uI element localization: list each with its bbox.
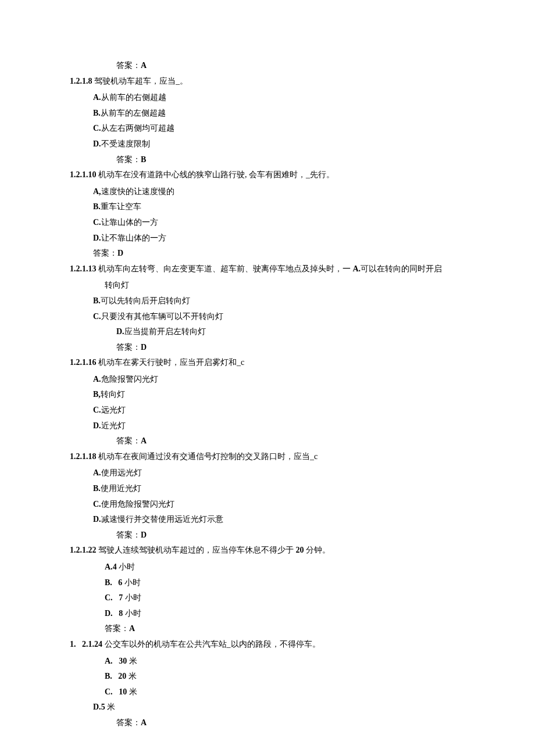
question-text: 公交车以外的机动车在公共汽车站_以内的路段，不得停车。 <box>102 640 320 648</box>
answer-line: 答案：D <box>116 340 465 356</box>
option-text: 减速慢行并交替使用远近光灯示意 <box>101 515 223 524</box>
question-number: 1.2.1.16 <box>70 358 97 367</box>
question-text: 机动车在夜间通过没有交通信号灯控制的交叉路口时，应当_c <box>97 452 318 461</box>
option-letter: D. <box>93 703 101 711</box>
question-12110: 1.2.1.10 机动车在没有道路中心线的狭窄山路行驶, 会车有困难时，_先行。 <box>70 167 465 183</box>
option-d: D.让不靠山体的一方 <box>93 231 465 246</box>
option-letter: B. <box>93 484 101 493</box>
option-letter: D. <box>93 139 101 148</box>
option-letter: B. <box>93 296 101 305</box>
answer-value: A <box>141 61 147 70</box>
question-text: 机动车向左转弯、向左变更车道、超车前、驶离停车地点及掉头时，一 <box>97 264 353 273</box>
option-b: B.可以先转向后开启转向灯 <box>93 293 465 309</box>
answer-line: 答案：D <box>93 246 465 261</box>
option-a: A,速度快的让速度慢的 <box>93 184 465 200</box>
option-letter: A, <box>93 187 101 196</box>
option-d: D.不受速度限制 <box>93 137 465 152</box>
option-text: 不受速度限制 <box>101 139 150 148</box>
question-text: 机动车在没有道路中心线的狭窄山路行驶, 会车有困难时，_先行。 <box>97 170 335 179</box>
answer-label: 答案： <box>116 531 141 539</box>
question-number: 1.2.1.22 <box>70 546 97 554</box>
answer-label: 答案： <box>116 718 141 727</box>
question-12122: 1.2.1.22 驾驶人连续驾驶机动车超过的，应当停车休息不得少于 20 分钟。 <box>70 543 465 558</box>
option-text: 危险报警闪光灯 <box>101 375 158 384</box>
option-text: 米 <box>127 687 137 696</box>
option-text: 应当提前开启左转向灯 <box>124 327 206 336</box>
answer-label: 答案： <box>105 624 129 633</box>
option-text: 让靠山体的一方 <box>101 218 158 227</box>
option-text: 从左右两侧均可超越 <box>101 124 174 132</box>
option-num: 20 <box>118 672 126 680</box>
option-b: B.从前车的左侧超越 <box>93 106 465 121</box>
option-c: C.只要没有其他车辆可以不开转向灯 <box>93 309 465 325</box>
option-letter: A. <box>105 562 113 571</box>
option-letter: A. <box>93 468 101 477</box>
option-d: D.应当提前开启左转向灯 <box>116 324 465 340</box>
option-b: B.重车让空车 <box>93 199 465 215</box>
answer-value: B <box>141 155 146 164</box>
option-text: 使用近光灯 <box>101 484 141 493</box>
option-text: 小时 <box>122 578 141 587</box>
option-text: 米 <box>126 672 137 680</box>
option-letter: D. <box>93 515 101 524</box>
option-text: 小时 <box>123 593 141 602</box>
answer-label: 答案： <box>116 61 141 70</box>
question-text: 驾驶人连续驾驶机动车超过的，应当停车休息不得少于 <box>97 546 296 554</box>
answer-value: D <box>117 249 123 257</box>
option-text: 从前车的左侧超越 <box>101 109 166 117</box>
answer-line: 答案：A <box>116 715 465 731</box>
question-1218: 1.2.1.8 驾驶机动车超车，应当_。 <box>70 74 465 89</box>
option-b: B. 6 小时 <box>105 575 465 591</box>
option-letter: C. <box>93 312 101 321</box>
question-text: 机动车在雾天行驶时，应当开启雾灯和_c <box>97 358 245 367</box>
question-number-inline: 20 <box>296 546 304 554</box>
answer-label: 答案： <box>116 343 141 352</box>
question-number: 1.2.1.10 <box>70 170 97 179</box>
option-a: A.4 小时 <box>105 560 465 575</box>
option-letter: B. <box>93 202 101 211</box>
option-c: C. 7 小时 <box>105 590 465 606</box>
question-number: 1.2.1.13 <box>70 264 97 273</box>
answer-line: 答案：A <box>116 433 465 449</box>
option-text: 小时 <box>123 609 141 618</box>
question-number: 1.2.1.8 <box>70 77 92 85</box>
option-num: 5 <box>101 703 105 711</box>
option-letter: A. <box>93 93 101 102</box>
option-text: 使用远光灯 <box>101 468 142 477</box>
question-12116: 1.2.1.16 机动车在雾天行驶时，应当开启雾灯和_c <box>70 355 465 371</box>
answer-value: A <box>129 624 135 633</box>
option-letter: B. <box>93 109 101 117</box>
option-num: 30 <box>119 657 127 665</box>
option-letter: B. <box>105 672 118 680</box>
option-text: 可以在转向的同时开启 <box>361 264 442 273</box>
option-letter: D. <box>116 327 124 336</box>
answer-line: 答案：A <box>116 58 465 74</box>
option-a: A. 30 米 <box>105 654 465 669</box>
option-c: C.从左右两侧均可超越 <box>93 121 465 137</box>
question-tail: 分钟。 <box>304 546 331 554</box>
question-number: 2.1.24 <box>82 640 102 648</box>
answer-value: D <box>141 531 147 539</box>
option-d: D.5 米 <box>93 700 465 715</box>
option-letter: A. <box>105 657 119 665</box>
option-letter: B, <box>93 390 101 399</box>
option-c: C. 10 米 <box>105 685 465 700</box>
option-c: C.远光灯 <box>93 403 465 418</box>
answer-value: D <box>141 343 147 352</box>
question-number-prefix: 1. <box>70 640 76 648</box>
option-a: A.使用远光灯 <box>93 465 465 481</box>
option-text: 远光灯 <box>101 406 126 414</box>
option-letter: C. <box>93 124 101 132</box>
answer-label: 答案： <box>116 155 141 164</box>
option-letter: D. <box>93 234 101 242</box>
option-b: B,转向灯 <box>93 387 465 403</box>
answer-value: A <box>141 718 147 727</box>
option-text: 使用危险报警闪光灯 <box>101 500 174 508</box>
option-letter: C. <box>93 500 101 508</box>
option-letter: C. <box>105 593 119 602</box>
option-text: 小时 <box>117 562 135 571</box>
option-a: A.从前车的右侧超越 <box>93 90 465 106</box>
option-c: C.使用危险报警闪光灯 <box>93 497 465 513</box>
option-d: D. 8 小时 <box>105 606 465 622</box>
option-a-cont: 转向灯 <box>105 278 465 293</box>
